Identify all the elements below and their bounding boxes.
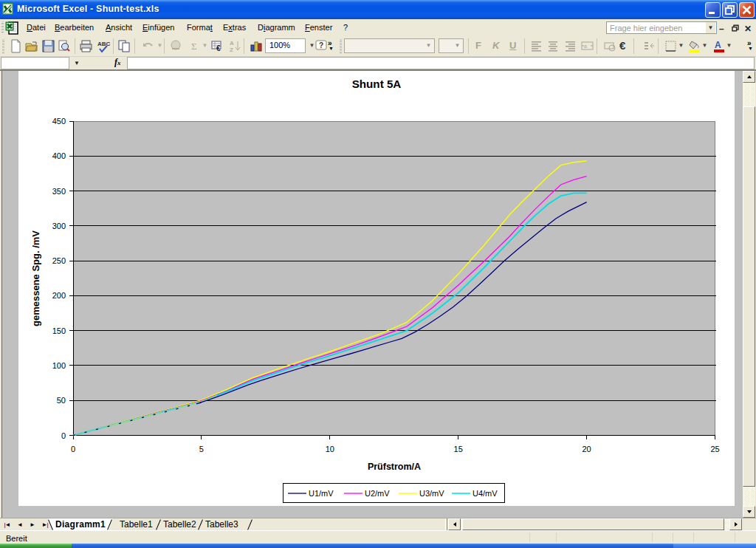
svg-text:U3/mV: U3/mV xyxy=(419,489,444,498)
svg-text:50: 50 xyxy=(57,396,66,405)
svg-text:ABC: ABC xyxy=(97,41,111,47)
svg-text:Σ: Σ xyxy=(191,41,197,52)
svg-text:5: 5 xyxy=(199,445,204,453)
svg-text:U4/mV: U4/mV xyxy=(472,489,498,498)
svg-text:10: 10 xyxy=(326,445,334,453)
svg-text:150: 150 xyxy=(52,326,66,335)
svg-text:?: ? xyxy=(319,41,323,49)
svg-text:250: 250 xyxy=(52,256,66,265)
svg-text:100: 100 xyxy=(52,361,66,370)
svg-text:0: 0 xyxy=(61,431,66,440)
svg-text:gemessene Spg. /mV: gemessene Spg. /mV xyxy=(30,230,41,326)
svg-text:20: 20 xyxy=(582,445,591,453)
svg-text:15: 15 xyxy=(454,445,463,453)
svg-text:300: 300 xyxy=(52,222,66,230)
svg-text:400: 400 xyxy=(52,151,66,160)
svg-text:U2/mV: U2/mV xyxy=(365,489,390,498)
svg-text:Z: Z xyxy=(230,47,233,53)
svg-text:Prüfstrom/A: Prüfstrom/A xyxy=(368,462,421,472)
svg-text:0: 0 xyxy=(71,445,75,453)
svg-text:200: 200 xyxy=(52,291,66,300)
svg-text:25: 25 xyxy=(710,445,719,453)
svg-text:350: 350 xyxy=(52,187,66,196)
svg-text:A: A xyxy=(715,40,721,50)
svg-text:A: A xyxy=(230,40,234,47)
svg-text:Shunt 5A: Shunt 5A xyxy=(352,78,402,90)
svg-text:€: € xyxy=(216,44,221,52)
svg-text:U1/mV: U1/mV xyxy=(309,489,334,498)
svg-text:450: 450 xyxy=(52,117,66,126)
svg-text:a: a xyxy=(584,44,587,49)
